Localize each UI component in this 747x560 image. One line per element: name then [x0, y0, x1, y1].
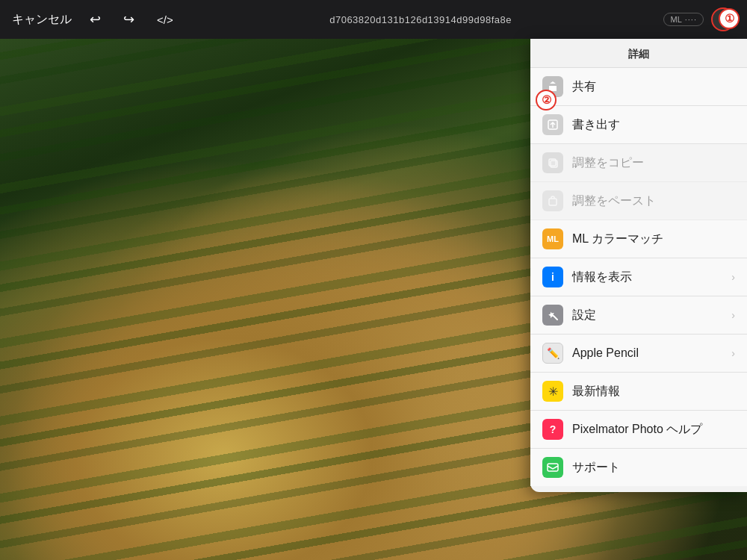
toolbar: キャンセル ↩ ↪ </> d7063820d131b126d13914d99d…: [0, 0, 747, 39]
undo-button[interactable]: ↩: [85, 8, 105, 31]
settings-label: 設定: [572, 308, 722, 323]
svg-rect-3: [549, 199, 557, 205]
copy-adjustment-label: 調整をコピー: [572, 155, 735, 171]
toolbar-left: キャンセル ↩ ↪ </>: [12, 8, 178, 31]
menu-item-paste-adjustment: 調整をペースト: [530, 182, 747, 220]
annotation-badge-2: ②: [536, 90, 557, 111]
svg-rect-2: [551, 161, 557, 167]
menu-item-info[interactable]: i 情報を表示 ›: [530, 258, 747, 296]
news-icon: ✳: [542, 381, 563, 402]
redo-button[interactable]: ↪: [119, 8, 139, 31]
badge-2-text: ②: [542, 93, 551, 107]
settings-icon: [542, 305, 563, 326]
ml-pill: ML ····: [663, 13, 704, 26]
code-button[interactable]: </>: [152, 10, 178, 29]
share-label: 共有: [572, 79, 735, 95]
paste-adjustment-label: 調整をペースト: [572, 193, 735, 209]
menu-item-copy-adjustment: 調整をコピー: [530, 144, 747, 182]
menu-item-news[interactable]: ✳ 最新情報: [530, 373, 747, 411]
badge-1-circle: ①: [719, 8, 740, 29]
toolbar-title: d7063820d131b126d13914d99d98fa8e: [329, 14, 512, 25]
apple-pencil-chevron: ›: [731, 347, 735, 359]
ml-match-label: ML カラーマッチ: [572, 231, 735, 247]
menu-item-export[interactable]: 書き出す: [530, 106, 747, 144]
menu-item-share[interactable]: 共有: [530, 68, 747, 106]
ml-match-icon: ML: [542, 228, 563, 249]
support-label: サポート: [572, 460, 735, 476]
help-label: Pixelmator Photo ヘルプ: [572, 422, 735, 438]
code-icon: </>: [157, 13, 173, 26]
export-icon: [542, 114, 563, 135]
menu-item-settings[interactable]: 設定 ›: [530, 296, 747, 335]
ml-dots: ····: [685, 15, 697, 24]
menu-header: 詳細: [530, 39, 747, 68]
help-icon: ?: [542, 419, 563, 440]
badge-1-text: ①: [725, 12, 734, 25]
undo-icon: ↩: [90, 12, 101, 27]
news-label: 最新情報: [572, 384, 735, 399]
badge-2-circle: ②: [536, 90, 557, 111]
ml-label: ML: [670, 15, 681, 24]
paste-adjustment-icon: [542, 190, 563, 211]
info-chevron: ›: [731, 271, 735, 283]
info-label: 情報を表示: [572, 270, 722, 285]
menu-item-support[interactable]: サポート: [530, 449, 747, 486]
svg-rect-1: [549, 159, 556, 166]
menu-item-apple-pencil[interactable]: ✏️ Apple Pencil ›: [530, 335, 747, 373]
cancel-button[interactable]: キャンセル: [12, 12, 72, 28]
support-icon: [542, 457, 563, 478]
settings-chevron: ›: [731, 309, 735, 321]
apple-pencil-icon: ✏️: [542, 343, 563, 364]
menu-item-ml-match[interactable]: ML ML カラーマッチ: [530, 220, 747, 258]
copy-adjustment-icon: [542, 152, 563, 173]
dropdown-menu: 詳細 共有 書き出す 調整をコピー: [530, 39, 747, 492]
menu-item-help[interactable]: ? Pixelmator Photo ヘルプ: [530, 411, 747, 449]
apple-pencil-label: Apple Pencil: [572, 346, 722, 360]
export-label: 書き出す: [572, 117, 735, 133]
annotation-badge-1: ①: [719, 8, 740, 29]
info-icon: i: [542, 267, 563, 287]
redo-icon: ↪: [123, 12, 134, 27]
